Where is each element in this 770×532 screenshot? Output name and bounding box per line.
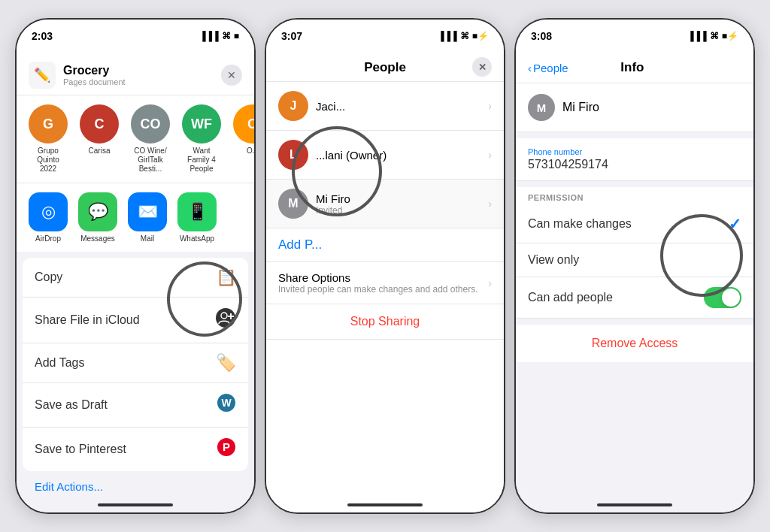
share-options-chevron: › xyxy=(488,277,492,289)
contact-avatar-3: CO xyxy=(131,104,170,144)
time-1: 2:03 xyxy=(32,30,53,42)
action-copy[interactable]: Copy 📋 xyxy=(23,258,248,298)
person-add-icon xyxy=(215,307,236,328)
contacts-row: G Grupo Quinto 2022 C Carisa CO CO Wine/… xyxy=(17,95,254,183)
airdrop-icon: ◎ xyxy=(29,192,68,231)
contact-3[interactable]: CO CO Wine/ GirlTalk Besti... xyxy=(131,104,170,174)
contact-label-1: Grupo Quinto 2022 xyxy=(29,147,68,174)
contact-avatar-2: C xyxy=(80,104,119,144)
messages-app[interactable]: 💬 Messages xyxy=(78,192,117,243)
status-icons-3: ▐▐▐ ⌘ ■⚡ xyxy=(687,31,738,41)
stop-sharing-button[interactable]: Stop Sharing xyxy=(266,304,504,340)
chevron-icon-1: › xyxy=(488,100,492,112)
contact-4[interactable]: WF Want Family 4 People xyxy=(182,104,221,174)
action-add-tags[interactable]: Add Tags 🏷️ xyxy=(23,343,248,383)
apps-row: ◎ AirDrop 💬 Messages ✉️ Mail 📱 xyxy=(17,183,254,252)
person-avatar-1: J xyxy=(278,91,308,121)
contact-label-4: Want Family 4 People xyxy=(182,147,221,174)
person-name-3: Mi Firo xyxy=(316,192,480,205)
share-options-row[interactable]: Share Options Invited people can make ch… xyxy=(266,262,504,304)
add-people-row[interactable]: Add P... xyxy=(266,228,504,262)
time-3: 3:08 xyxy=(531,30,552,42)
doc-title-group: Grocery Pages document xyxy=(63,64,214,86)
people-title: People xyxy=(364,60,406,74)
info-person-name: Mi Firo xyxy=(562,101,599,114)
wifi-icon-2: ⌘ xyxy=(460,31,469,41)
share-options-title: Share Options xyxy=(278,271,478,284)
whatsapp-app[interactable]: 📱 WhatsApp xyxy=(177,192,217,243)
signal-icon-2: ▐▐▐ xyxy=(438,31,457,41)
contact-label-2: Carisa xyxy=(89,147,111,156)
person-info-1: Jaci... xyxy=(316,100,480,113)
action-save-draft[interactable]: Save as Draft W xyxy=(23,383,248,428)
person-row-1[interactable]: J Jaci... › xyxy=(266,82,504,131)
mail-icon: ✉️ xyxy=(128,192,167,231)
can-add-people-label: Can add people xyxy=(528,291,613,304)
signal-icon-3: ▐▐▐ xyxy=(687,31,707,41)
status-icons-1: ▐▐▐ ⌘ ■ xyxy=(199,31,239,41)
checkmark-icon: ✓ xyxy=(729,215,741,233)
wifi-icon-1: ⌘ xyxy=(222,31,231,41)
phone-number-label: Phone number xyxy=(528,147,741,156)
action-list: Copy 📋 Share File in iCloud Add xyxy=(23,258,248,471)
doc-title: Grocery xyxy=(63,64,214,77)
info-title: Info xyxy=(620,60,644,75)
share-options-subtitle: Invited people can make changes and add … xyxy=(278,284,478,295)
view-only-row[interactable]: View only xyxy=(516,243,753,277)
can-add-toggle[interactable] xyxy=(704,287,741,308)
action-pinterest[interactable]: Save to Pinterest P xyxy=(23,428,248,471)
doc-subtitle: Pages document xyxy=(63,77,214,86)
mail-app[interactable]: ✉️ Mail xyxy=(128,192,167,243)
phone-3: 3:08 ▐▐▐ ⌘ ■⚡ ‹ People Info M Mi Firo Ph… xyxy=(514,18,755,514)
person-row-3[interactable]: M Mi Firo Invited › xyxy=(266,180,504,228)
pinterest-label: Save to Pinterest xyxy=(35,443,126,456)
pinterest-logo-icon: P xyxy=(217,437,236,457)
phone-1: 2:03 ▐▐▐ ⌘ ■ ✏️ Grocery Pages document ✕… xyxy=(15,18,256,514)
svg-text:W: W xyxy=(221,397,232,409)
phone3-content: ‹ People Info M Mi Firo Phone number 573… xyxy=(516,53,753,512)
person-avatar-3: M xyxy=(278,189,308,219)
people-close-button[interactable]: ✕ xyxy=(472,57,492,77)
home-indicator-2 xyxy=(347,503,423,506)
time-2: 3:07 xyxy=(281,30,302,42)
info-nav: ‹ People Info xyxy=(516,53,753,83)
home-indicator-3 xyxy=(597,503,672,506)
person-info-3: Mi Firo Invited xyxy=(316,192,480,216)
person-avatar-2: L xyxy=(278,140,308,170)
contact-avatar-4: WF xyxy=(182,104,221,144)
can-add-people-row[interactable]: Can add people xyxy=(516,277,753,319)
whatsapp-icon: 📱 xyxy=(177,192,217,231)
phone2-content: People ✕ J Jaci... › L ...lani (Owner) ›… xyxy=(266,53,504,512)
phone1-content: ✏️ Grocery Pages document ✕ G Grupo Quin… xyxy=(17,53,254,512)
view-only-label: View only xyxy=(528,253,579,267)
pages-icon: ✏️ xyxy=(34,67,50,83)
share-options-text: Share Options Invited people can make ch… xyxy=(278,271,478,295)
status-icons-2: ▐▐▐ ⌘ ■⚡ xyxy=(438,31,489,41)
contact-5[interactable]: O O... xyxy=(233,104,254,174)
airdrop-app[interactable]: ◎ AirDrop xyxy=(29,192,68,243)
mail-label: Mail xyxy=(141,234,154,243)
close-button-1[interactable]: ✕ xyxy=(221,65,242,86)
contact-2[interactable]: C Carisa xyxy=(80,104,119,174)
edit-actions-link[interactable]: Edit Actions... xyxy=(17,471,254,502)
person-name-2: ...lani (Owner) xyxy=(316,149,480,162)
action-share-icloud[interactable]: Share File in iCloud xyxy=(23,298,248,343)
contact-1[interactable]: G Grupo Quinto 2022 xyxy=(29,104,68,174)
share-icloud-label: Share File in iCloud xyxy=(35,313,140,327)
permission-section: PERMISSION Can make changes ✓ View only … xyxy=(516,187,753,319)
person-name-1: Jaci... xyxy=(316,100,480,113)
can-make-changes-row[interactable]: Can make changes ✓ xyxy=(516,205,753,243)
back-button[interactable]: ‹ People xyxy=(528,62,568,74)
back-chevron-icon: ‹ xyxy=(528,62,532,74)
copy-icon: 📋 xyxy=(216,268,236,287)
contact-label-3: CO Wine/ GirlTalk Besti... xyxy=(131,147,170,174)
person-info-2: ...lani (Owner) xyxy=(316,149,480,162)
can-make-changes-label: Can make changes xyxy=(528,217,632,231)
person-role-3: Invited xyxy=(316,205,480,216)
wordpress-icon: W xyxy=(217,393,236,413)
remove-access-button[interactable]: Remove Access xyxy=(516,325,753,362)
chevron-icon-2: › xyxy=(488,149,492,161)
info-person-avatar: M xyxy=(528,94,555,121)
add-people-label: Add P... xyxy=(278,237,322,252)
person-row-2[interactable]: L ...lani (Owner) › xyxy=(266,131,504,180)
